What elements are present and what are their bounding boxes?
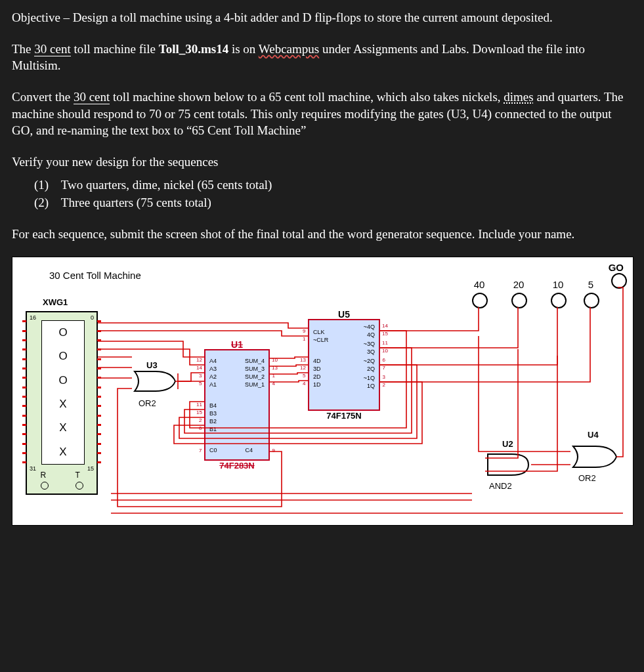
verify-heading: Verify your new design for the sequences bbox=[12, 154, 632, 171]
u5-dff-chip: U5 74F175N CLK ~CLR 9 1 4D 3D 2D 1D 13 1… bbox=[308, 319, 380, 411]
u5-part: 74F175N bbox=[309, 410, 379, 422]
u4-type: OR2 bbox=[578, 472, 596, 484]
u4-or-gate bbox=[570, 444, 619, 470]
xwg-rt-ports: R T bbox=[27, 470, 97, 490]
dimes-dotted: dimes bbox=[504, 90, 533, 104]
probe-label-5: 5 bbox=[581, 278, 601, 291]
u2-and-gate bbox=[485, 452, 532, 478]
xwg-data-column: O O O X X X bbox=[41, 320, 85, 465]
u1-part: 74F283N bbox=[205, 460, 268, 472]
submit-paragraph: For each sequence, submit the screen sho… bbox=[12, 226, 632, 243]
word-generator: 16 0 31 15 O O O X X X R T bbox=[26, 311, 98, 495]
u1-title: U1 bbox=[205, 339, 268, 351]
u4-label: U4 bbox=[588, 429, 599, 441]
probe-20 bbox=[511, 293, 527, 308]
sequence-list: (1) Two quarters, dime, nickel (65 cents… bbox=[34, 177, 632, 211]
u3-type: OR2 bbox=[139, 398, 156, 410]
circuit-figure: 30 Cent Toll Machine GO 40 20 10 5 XWG1 … bbox=[12, 257, 633, 526]
probe-label-40: 40 bbox=[469, 278, 489, 291]
thirty-cent-underline-2: 30 cent bbox=[74, 90, 110, 104]
webcampus-wavy: Webcampus bbox=[259, 42, 319, 56]
objective-paragraph: Objective – Design a toll machine using … bbox=[12, 9, 632, 26]
probe-label-10: 10 bbox=[548, 278, 568, 291]
u1-adder-chip: U1 74F283N A4 A3 A2 A1 12 14 3 5 SUM_4 S… bbox=[204, 349, 270, 461]
sequence-item-2: (2) Three quarters (75 cents total) bbox=[34, 194, 632, 211]
sequence-item-1: (1) Two quarters, dime, nickel (65 cents… bbox=[34, 177, 632, 194]
probe-10 bbox=[551, 293, 567, 308]
u5-title: U5 bbox=[309, 308, 379, 321]
probe-40 bbox=[472, 293, 488, 308]
u2-type: AND2 bbox=[489, 480, 512, 492]
probe-5 bbox=[584, 293, 599, 308]
filename: Toll_30.ms14 bbox=[159, 42, 228, 56]
u2-label: U2 bbox=[502, 438, 513, 450]
figure-title: 30 Cent Toll Machine bbox=[49, 269, 141, 282]
convert-paragraph: Convert the 30 cent toll machine shown b… bbox=[12, 89, 632, 139]
probe-label-20: 20 bbox=[509, 278, 528, 291]
u3-or-gate bbox=[132, 369, 178, 394]
thirty-cent-underline: 30 cent bbox=[34, 42, 70, 56]
page-root: Objective – Design a toll machine using … bbox=[0, 0, 644, 672]
file-location-paragraph: The 30 cent toll machine file Toll_30.ms… bbox=[12, 41, 632, 74]
probe-go bbox=[611, 273, 627, 289]
xwg-label: XWG1 bbox=[43, 297, 68, 308]
objective-prefix: Objective – bbox=[12, 10, 73, 24]
objective-body: Design a toll machine using a 4-bit adde… bbox=[73, 10, 553, 24]
